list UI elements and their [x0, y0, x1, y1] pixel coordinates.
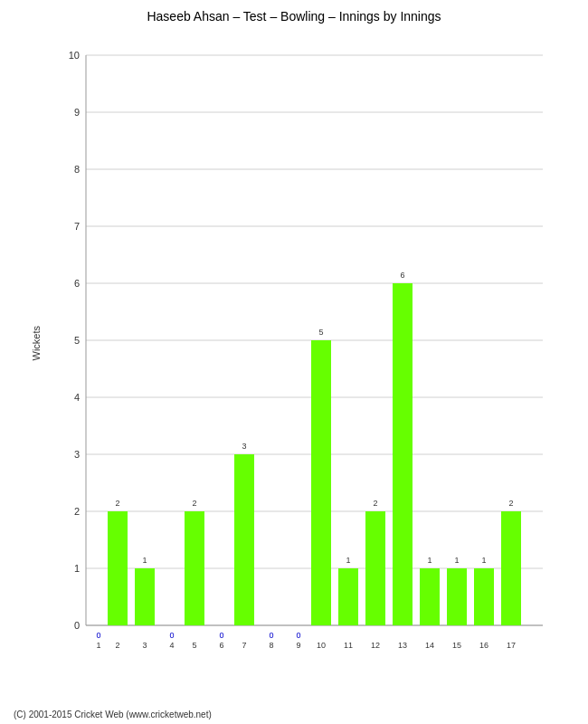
svg-text:5: 5: [318, 328, 323, 337]
svg-text:16: 16: [479, 641, 488, 650]
bar-innings-3: [135, 568, 155, 625]
bar-innings-7: [234, 454, 254, 625]
svg-text:1: 1: [96, 641, 100, 650]
svg-text:3: 3: [242, 442, 246, 451]
svg-text:1: 1: [74, 563, 80, 574]
bar-innings-2: [108, 511, 128, 625]
svg-text:6: 6: [74, 278, 80, 289]
svg-text:14: 14: [425, 641, 434, 650]
y-axis-title-container: Wickets: [27, 28, 45, 658]
svg-text:9: 9: [74, 107, 80, 118]
bar-chart-svg: 10 9 8 7 6 5 4 3 2 1 0 0 1 2 2 1 3: [45, 28, 556, 662]
bar-innings-14: [420, 568, 440, 625]
bar-innings-11: [338, 568, 358, 625]
svg-text:5: 5: [192, 641, 196, 650]
svg-text:1: 1: [481, 556, 486, 565]
svg-text:0: 0: [296, 631, 300, 640]
bar-innings-17: [501, 511, 521, 625]
svg-text:10: 10: [317, 641, 326, 650]
bar-innings-10: [311, 340, 331, 625]
svg-text:0: 0: [96, 631, 100, 640]
svg-text:0: 0: [269, 631, 273, 640]
svg-text:2: 2: [192, 499, 196, 508]
bar-innings-16: [474, 568, 494, 625]
svg-text:0: 0: [169, 631, 174, 640]
bar-innings-15: [447, 568, 467, 625]
svg-text:3: 3: [74, 449, 80, 460]
svg-text:7: 7: [74, 221, 80, 232]
svg-text:6: 6: [219, 641, 223, 650]
bar-innings-13: [393, 283, 413, 625]
svg-text:3: 3: [142, 641, 147, 650]
svg-text:10: 10: [69, 50, 80, 61]
svg-text:0: 0: [74, 620, 80, 631]
svg-text:9: 9: [296, 641, 300, 650]
svg-text:1: 1: [142, 556, 147, 565]
bar-innings-5: [185, 511, 204, 625]
svg-text:1: 1: [427, 556, 432, 565]
svg-text:0: 0: [219, 631, 223, 640]
copyright-text: (C) 2001-2015 Cricket Web (www.cricketwe…: [14, 710, 212, 719]
svg-text:8: 8: [74, 164, 80, 175]
svg-text:13: 13: [398, 641, 407, 650]
svg-text:11: 11: [344, 641, 353, 650]
svg-text:2: 2: [115, 499, 119, 508]
svg-text:2: 2: [373, 499, 377, 508]
svg-text:2: 2: [508, 499, 513, 508]
svg-text:2: 2: [115, 641, 119, 650]
y-axis-title: Wickets: [31, 326, 42, 361]
chart-title: Haseeb Ahsan – Test – Bowling – Innings …: [147, 9, 441, 24]
svg-text:6: 6: [400, 271, 404, 280]
chart-body: Wickets 10 9 8: [27, 28, 561, 708]
svg-text:5: 5: [74, 335, 80, 346]
svg-text:15: 15: [452, 641, 461, 650]
chart-container: Haseeb Ahsan – Test – Bowling – Innings …: [0, 0, 588, 724]
bar-innings-12: [365, 511, 385, 625]
svg-text:4: 4: [74, 392, 80, 403]
svg-text:17: 17: [507, 641, 516, 650]
svg-text:1: 1: [346, 556, 350, 565]
svg-text:8: 8: [269, 641, 273, 650]
svg-text:4: 4: [169, 641, 174, 650]
svg-text:2: 2: [74, 506, 80, 517]
svg-text:7: 7: [242, 641, 246, 650]
svg-text:12: 12: [371, 641, 380, 650]
svg-text:1: 1: [454, 556, 459, 565]
